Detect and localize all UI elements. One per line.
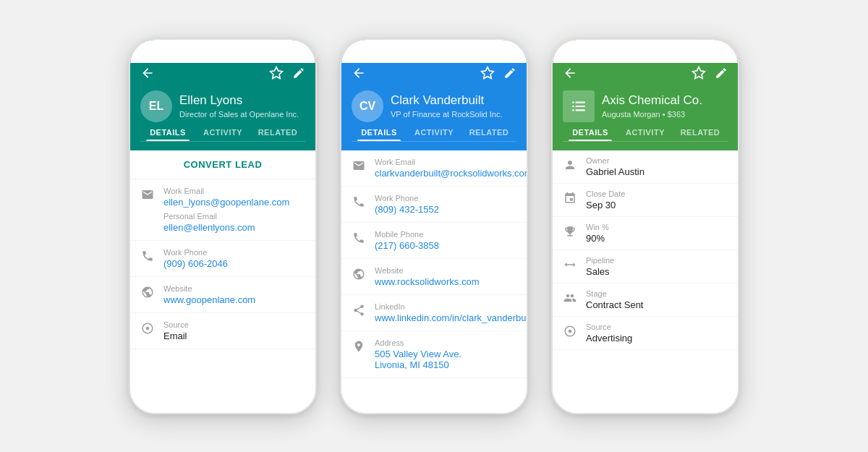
tab-details[interactable]: DETAILS: [352, 122, 407, 141]
contact-subtitle: VP of Finance at RockSolid Inc.: [391, 110, 503, 119]
svg-marker-2: [482, 67, 494, 78]
edit-button[interactable]: [503, 67, 516, 82]
field-value: Email: [163, 331, 189, 341]
svg-point-4: [569, 329, 572, 333]
field-value[interactable]: 505 Valley View Ave.: [375, 349, 461, 359]
convert-lead-button[interactable]: CONVERT LEAD: [130, 150, 315, 179]
field-label: Source: [163, 320, 189, 329]
tab-related[interactable]: RELATED: [673, 122, 728, 141]
field-value[interactable]: ellen@ellenlyons.com: [163, 222, 289, 233]
field-label: Work Phone: [163, 248, 228, 257]
field-value: 90%: [586, 233, 609, 244]
contact-name: Axis Chemical Co.: [602, 93, 702, 108]
detail-row: Address505 Valley View Ave.Livonia, MI 4…: [341, 331, 527, 378]
person-icon: [563, 158, 577, 174]
detail-row: Close DateSep 30: [553, 184, 738, 217]
field-label: Stage: [586, 289, 644, 298]
trophy-icon: [563, 225, 577, 241]
field-label: LinkedIn: [375, 302, 527, 311]
linkedin-icon: [352, 304, 366, 320]
phone-icon: [352, 195, 366, 212]
company-avatar: [563, 90, 595, 122]
svg-point-1: [146, 326, 150, 330]
field-label: Work Email: [163, 187, 289, 195]
header-nav: [352, 66, 516, 83]
tabs: DETAILSACTIVITYRELATED: [352, 122, 516, 142]
field-label: Website: [375, 266, 479, 275]
field-value-line2[interactable]: Livonia, MI 48150: [375, 359, 461, 370]
phone-content: OwnerGabriel AustinClose DateSep 30Win %…: [553, 150, 738, 413]
tab-activity[interactable]: ACTIVITY: [407, 122, 461, 141]
star-button[interactable]: [269, 66, 284, 83]
contact-subtitle: Director of Sales at Openlane Inc.: [179, 110, 299, 119]
tab-related[interactable]: RELATED: [461, 122, 516, 141]
detail-row: SourceEmail: [130, 313, 315, 349]
phone-phone-1: ELEllen LyonsDirector of Sales at Openla…: [129, 38, 317, 414]
back-button[interactable]: [563, 66, 577, 83]
contact-subtitle: Augusta Morgan • $363: [602, 110, 702, 119]
field-value[interactable]: (809) 432-1552: [375, 204, 439, 215]
field-value[interactable]: www.linkedin.com/in/clark_vanderbuilt: [375, 312, 527, 323]
field-value[interactable]: www.goopenlane.com: [163, 294, 255, 305]
field-label: Win %: [586, 223, 609, 231]
source-icon: [140, 322, 155, 338]
email-icon: [140, 188, 155, 205]
header-profile: Axis Chemical Co.Augusta Morgan • $363: [563, 90, 728, 122]
phone-icon: [140, 250, 155, 266]
detail-row: OwnerGabriel Austin: [553, 150, 738, 184]
contact-name: Ellen Lyons: [179, 93, 299, 108]
tab-activity[interactable]: ACTIVITY: [195, 122, 250, 141]
avatar: EL: [140, 90, 172, 122]
edit-button[interactable]: [715, 67, 728, 82]
detail-row: Websitewww.rocksolidworks.com: [341, 259, 527, 295]
field-value[interactable]: clarkvanderbuilt@rocksolidworks.com: [375, 168, 527, 179]
field-value[interactable]: ellen_lyons@goopenlane.com: [163, 197, 289, 208]
field-value: Gabriel Austin: [586, 166, 644, 177]
header-profile: ELEllen LyonsDirector of Sales at Openla…: [140, 90, 305, 122]
tab-activity[interactable]: ACTIVITY: [618, 122, 673, 141]
field-value: Sales: [586, 266, 614, 277]
field-label: Website: [163, 284, 255, 293]
detail-row: StageContract Sent: [553, 283, 738, 317]
field-label: Source: [586, 323, 632, 331]
detail-row: LinkedInwww.linkedin.com/in/clark_vander…: [341, 295, 527, 331]
main-scene: ELEllen LyonsDirector of Sales at Openla…: [0, 24, 868, 429]
field-label: Owner: [586, 156, 644, 165]
detail-row: Work Phone(909) 606-2046: [130, 241, 315, 277]
phone-icon: [352, 231, 366, 248]
avatar: CV: [352, 90, 383, 122]
svg-marker-3: [693, 67, 705, 78]
detail-row: Websitewww.goopenlane.com: [130, 277, 315, 313]
star-button[interactable]: [480, 66, 495, 83]
field-label: Address: [375, 338, 461, 347]
pipeline-icon: [563, 258, 577, 274]
field-value: Advertising: [586, 333, 632, 344]
field-value[interactable]: www.rocksolidworks.com: [375, 276, 479, 287]
field-label: Work Phone: [375, 194, 439, 202]
field-value[interactable]: (909) 606-2046: [163, 258, 228, 269]
tab-details[interactable]: DETAILS: [563, 122, 618, 141]
field-value[interactable]: (217) 660-3858: [375, 240, 439, 251]
field-label: Mobile Phone: [375, 230, 439, 239]
web-icon: [352, 268, 366, 284]
header-profile: CVClark VanderbuiltVP of Finance at Rock…: [352, 90, 516, 122]
star-button[interactable]: [692, 66, 706, 83]
web-icon: [140, 286, 155, 302]
field-label: Personal Email: [163, 212, 289, 221]
detail-row: Work Phone(809) 432-1552: [341, 187, 527, 223]
phone-phone-2: CVClark VanderbuiltVP of Finance at Rock…: [340, 38, 528, 414]
detail-row: Mobile Phone(217) 660-3858: [341, 223, 527, 259]
tab-related[interactable]: RELATED: [250, 122, 305, 141]
source-icon: [563, 325, 577, 341]
tab-details[interactable]: DETAILS: [140, 122, 195, 141]
detail-row: Win %90%: [553, 217, 738, 250]
location-icon: [352, 340, 366, 357]
field-label: Work Email: [375, 158, 527, 166]
tabs: DETAILSACTIVITYRELATED: [563, 122, 728, 142]
field-value: Contract Sent: [586, 299, 644, 310]
edit-button[interactable]: [292, 67, 305, 82]
svg-marker-0: [271, 67, 283, 78]
back-button[interactable]: [352, 66, 366, 83]
back-button[interactable]: [140, 66, 155, 83]
detail-row: SourceAdvertising: [553, 317, 738, 350]
